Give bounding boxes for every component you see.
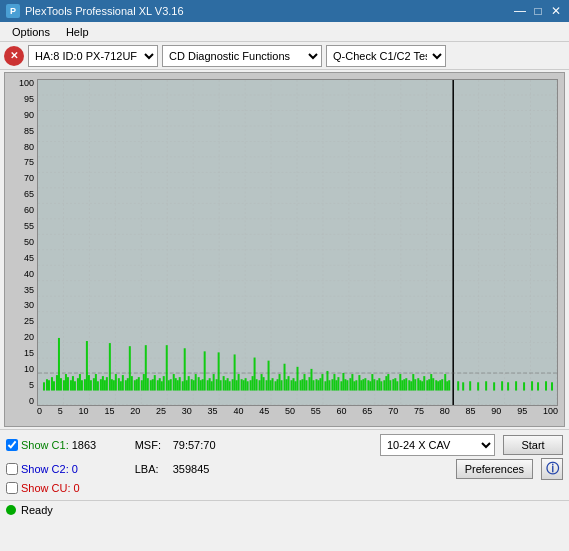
status-row-2: Show C2: 0 LBA: 359845 Preferences ⓘ — [6, 458, 563, 480]
chart-svg — [38, 80, 557, 405]
y-label-0: 0 — [29, 397, 34, 406]
svg-rect-121 — [303, 374, 305, 391]
svg-rect-192 — [501, 381, 503, 390]
svg-rect-115 — [291, 380, 293, 390]
window-controls[interactable]: — □ ✕ — [513, 4, 563, 18]
svg-rect-156 — [383, 380, 385, 390]
x-label-70: 70 — [388, 406, 398, 416]
x-label-100: 100 — [543, 406, 558, 416]
svg-rect-61 — [168, 380, 170, 390]
show-cu-label: Show CU: — [21, 482, 71, 494]
svg-rect-79 — [209, 378, 211, 390]
svg-rect-73 — [195, 374, 197, 391]
close-button[interactable]: ✕ — [549, 4, 563, 18]
svg-rect-69 — [186, 380, 188, 390]
svg-rect-36 — [111, 379, 113, 390]
show-c2-label: Show C2: — [21, 463, 69, 475]
c1-value: 1863 — [72, 439, 107, 451]
svg-rect-144 — [355, 380, 357, 390]
svg-rect-55 — [154, 375, 156, 390]
svg-rect-160 — [392, 379, 394, 390]
svg-rect-165 — [403, 379, 405, 390]
preferences-button[interactable]: Preferences — [456, 459, 533, 479]
svg-rect-45 — [131, 376, 133, 390]
svg-rect-176 — [428, 379, 430, 390]
svg-rect-92 — [238, 374, 240, 391]
svg-rect-159 — [389, 380, 391, 390]
svg-rect-179 — [435, 380, 437, 390]
svg-rect-60 — [166, 345, 168, 390]
svg-rect-68 — [184, 348, 186, 390]
svg-rect-184 — [446, 381, 448, 390]
toolbar: ✕ HA:8 ID:0 PX-712UF CD Diagnostic Funct… — [0, 42, 569, 70]
svg-rect-154 — [378, 378, 380, 390]
svg-rect-164 — [401, 380, 403, 390]
function-select[interactable]: CD Diagnostic Functions — [162, 45, 322, 67]
lba-value: 359845 — [173, 463, 210, 475]
svg-rect-148 — [364, 378, 366, 390]
y-label-95: 95 — [24, 95, 34, 104]
svg-rect-193 — [507, 382, 509, 390]
svg-rect-149 — [367, 380, 369, 390]
svg-rect-150 — [369, 381, 371, 390]
svg-rect-197 — [537, 382, 539, 390]
svg-rect-111 — [281, 380, 283, 390]
y-label-45: 45 — [24, 254, 34, 263]
y-label-80: 80 — [24, 143, 34, 152]
svg-rect-30 — [97, 381, 99, 390]
show-c2-checkbox[interactable] — [6, 463, 18, 475]
svg-rect-125 — [312, 380, 314, 390]
svg-rect-24 — [84, 379, 86, 390]
svg-rect-103 — [263, 377, 265, 390]
maximize-button[interactable]: □ — [531, 4, 545, 18]
svg-rect-102 — [261, 374, 263, 391]
svg-rect-95 — [245, 378, 247, 390]
show-c1-label: Show C1: — [21, 439, 69, 451]
info-icon: ⓘ — [546, 460, 559, 478]
svg-rect-11 — [53, 381, 55, 390]
svg-rect-65 — [177, 380, 179, 390]
svg-rect-40 — [120, 381, 122, 390]
svg-rect-132 — [328, 380, 330, 390]
svg-rect-71 — [191, 379, 193, 390]
svg-rect-87 — [227, 378, 229, 390]
svg-rect-113 — [286, 379, 288, 390]
speed-select[interactable]: 10-24 X CAV 1 X CLV 2 X CLV 4 X CLV 8 X … — [380, 434, 495, 456]
svg-rect-35 — [109, 343, 111, 390]
minimize-button[interactable]: — — [513, 4, 527, 18]
x-label-85: 85 — [466, 406, 476, 416]
svg-rect-53 — [150, 380, 152, 390]
show-cu-checkbox[interactable] — [6, 482, 18, 494]
svg-rect-58 — [161, 381, 163, 390]
svg-rect-54 — [152, 379, 154, 390]
svg-rect-26 — [88, 375, 90, 390]
svg-rect-20 — [74, 381, 76, 390]
svg-rect-66 — [179, 377, 181, 390]
svg-rect-91 — [236, 380, 238, 390]
svg-rect-22 — [79, 374, 81, 391]
menu-help[interactable]: Help — [58, 24, 97, 40]
svg-rect-10 — [51, 377, 53, 390]
y-label-90: 90 — [24, 111, 34, 120]
svg-rect-81 — [213, 374, 215, 391]
svg-rect-171 — [417, 378, 419, 390]
svg-rect-185 — [448, 380, 450, 390]
svg-rect-174 — [423, 376, 425, 390]
menu-options[interactable]: Options — [4, 24, 58, 40]
svg-rect-157 — [385, 376, 387, 390]
svg-rect-107 — [272, 378, 274, 390]
svg-rect-119 — [299, 380, 301, 390]
info-button[interactable]: ⓘ — [541, 458, 563, 480]
test-select[interactable]: Q-Check C1/C2 Test — [326, 45, 446, 67]
svg-rect-106 — [270, 380, 272, 390]
svg-rect-172 — [419, 380, 421, 390]
drive-select[interactable]: HA:8 ID:0 PX-712UF — [28, 45, 158, 67]
show-c1-checkbox[interactable] — [6, 439, 18, 451]
c2-value: 0 — [72, 463, 107, 475]
svg-rect-18 — [70, 380, 72, 390]
window-title: PlexTools Professional XL V3.16 — [25, 5, 513, 17]
start-button[interactable]: Start — [503, 435, 563, 455]
svg-rect-28 — [93, 378, 95, 390]
y-label-30: 30 — [24, 301, 34, 310]
svg-rect-152 — [373, 379, 375, 390]
